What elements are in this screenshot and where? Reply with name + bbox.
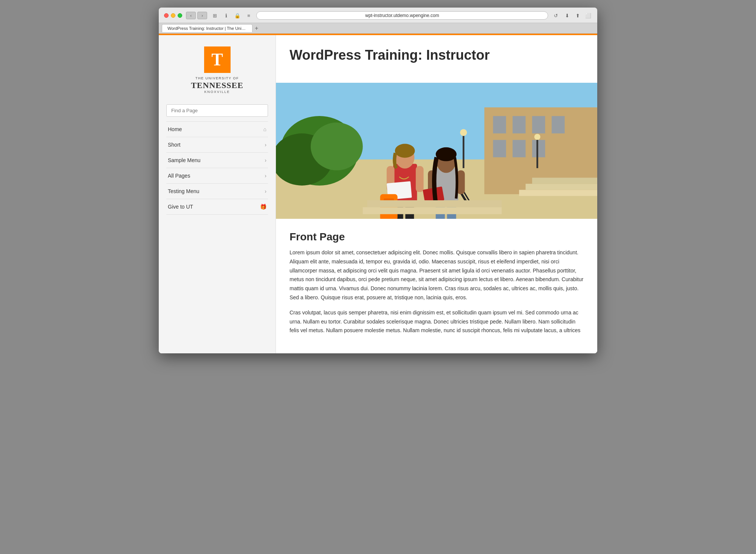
body-paragraph-1: Lorem ipsum dolor sit amet, consectetuer… (290, 248, 584, 302)
svg-rect-41 (367, 200, 502, 207)
svg-rect-6 (493, 116, 506, 133)
reload-icon[interactable]: ↺ (552, 12, 559, 19)
minimize-button[interactable] (171, 13, 175, 18)
back-button[interactable]: ‹ (186, 12, 196, 19)
chevron-right-icon: › (265, 142, 266, 148)
hero-scene (276, 83, 597, 219)
nav-item-label: Give to UT (168, 204, 193, 210)
browser-titlebar: ‹ › ⊞ ℹ 🔒 ≡ wpt-instructor.utdemo.wpengi… (159, 8, 597, 23)
browser-tabbar: WordPress Training: Instructor | The Uni… (159, 23, 597, 34)
chevron-right-icon: › (265, 188, 266, 194)
chevron-right-icon: › (265, 173, 266, 179)
info-icon: ℹ (222, 12, 230, 19)
svg-point-4 (311, 122, 363, 170)
right-toolbar: ⬇ ⬆ ⬜ (563, 12, 592, 19)
browser-body: T The University of TENNESSEE KNOXVILLE … (159, 35, 597, 353)
svg-rect-17 (519, 190, 597, 196)
chevron-right-icon: › (265, 157, 266, 163)
svg-point-29 (395, 144, 415, 158)
hero-image (276, 83, 597, 219)
svg-rect-8 (532, 116, 545, 133)
nav-item-sample-menu[interactable]: Sample Menu › (166, 152, 268, 168)
new-tab-button[interactable]: + (255, 25, 258, 32)
university-text-line1: The University of (195, 76, 239, 81)
content-below-hero: Front Page Lorem ipsum dolor sit amet, c… (276, 219, 597, 353)
logo-box: T (204, 46, 231, 73)
nav-item-label: Home (168, 126, 182, 132)
svg-rect-10 (493, 140, 506, 157)
nav-item-testing-menu[interactable]: Testing Menu › (166, 183, 268, 199)
bookmark-icon: ⊞ (211, 12, 218, 19)
nav-item-label: Testing Menu (168, 188, 199, 194)
share-icon: ⬆ (574, 12, 581, 19)
content-inner: WordPress Training: Instructor (276, 35, 597, 83)
nav-buttons: ‹ › (186, 12, 207, 19)
svg-rect-9 (552, 116, 564, 133)
svg-rect-11 (513, 140, 525, 157)
svg-rect-7 (513, 116, 525, 133)
nav-item-label: Sample Menu (168, 157, 200, 163)
page-search-input[interactable] (166, 104, 268, 117)
traffic-lights (164, 13, 182, 18)
gift-icon: 🎁 (260, 204, 266, 210)
svg-rect-19 (532, 178, 597, 184)
svg-point-14 (460, 129, 467, 136)
address-bar[interactable]: wpt-instructor.utdemo.wpengine.com (256, 11, 548, 20)
logo-container: T The University of TENNESSEE KNOXVILLE (191, 46, 243, 94)
svg-point-37 (436, 147, 457, 161)
front-page-title: Front Page (290, 231, 584, 243)
forward-button[interactable]: › (197, 12, 207, 19)
nav-item-short[interactable]: Short › (166, 137, 268, 152)
nav-item-home[interactable]: Home ⌂ (166, 121, 268, 137)
body-paragraph-2: Cras volutpat, lacus quis semper pharetr… (290, 308, 584, 335)
svg-rect-15 (536, 138, 538, 168)
lock-icon: 🔒 (234, 12, 241, 19)
download-icon: ⬇ (563, 12, 571, 19)
nav-item-give-to-ut[interactable]: Give to UT 🎁 (166, 199, 268, 215)
nav-item-all-pages[interactable]: All Pages › (166, 168, 268, 183)
university-location: KNOXVILLE (204, 90, 230, 94)
svg-rect-13 (463, 133, 465, 168)
svg-point-16 (534, 134, 540, 140)
nav-menu: Home ⌂ Short › Sample Menu › All Pages ›… (166, 121, 268, 215)
nav-item-label: Short (168, 142, 180, 148)
nav-item-label: All Pages (168, 173, 190, 179)
browser-window: ‹ › ⊞ ℹ 🔒 ≡ wpt-instructor.utdemo.wpengi… (159, 8, 597, 353)
close-button[interactable] (164, 13, 169, 18)
maximize-button[interactable] (178, 13, 182, 18)
active-tab[interactable]: WordPress Training: Instructor | The Uni… (162, 24, 253, 32)
home-icon: ⌂ (263, 126, 266, 132)
svg-rect-18 (525, 184, 597, 190)
logo-t-letter: T (211, 51, 223, 68)
window-icon: ⬜ (584, 12, 592, 19)
svg-rect-40 (363, 207, 502, 214)
page-title: WordPress Training: Instructor (290, 47, 584, 63)
svg-rect-26 (416, 166, 424, 192)
university-name: TENNESSEE (191, 81, 243, 90)
list-icon: ≡ (245, 12, 253, 19)
svg-rect-12 (532, 140, 545, 157)
main-content: WordPress Training: Instructor (276, 35, 597, 353)
address-bar-area: wpt-instructor.utdemo.wpengine.com (256, 11, 548, 20)
sidebar: T The University of TENNESSEE KNOXVILLE … (159, 35, 276, 353)
